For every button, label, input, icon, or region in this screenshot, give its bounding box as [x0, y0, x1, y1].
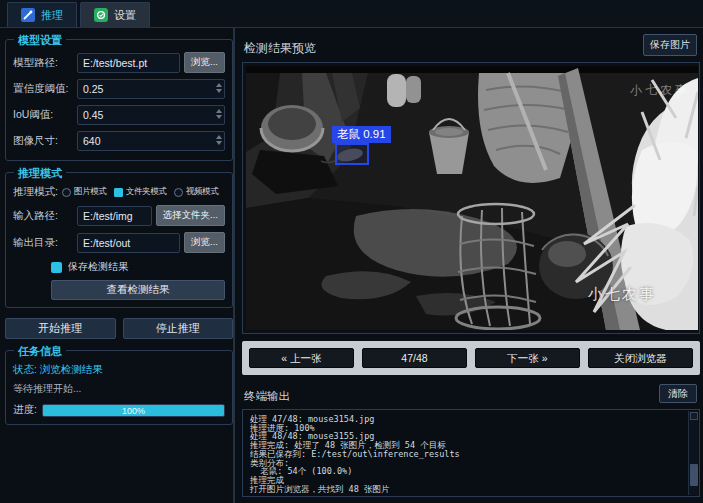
image-nav-bar: « 上一张 47/48 下一张 » 关闭浏览器	[242, 341, 700, 375]
image-size-label: 图像尺寸:	[13, 134, 73, 148]
model-path-input[interactable]	[77, 53, 180, 73]
scrollbar-thumb[interactable]	[690, 464, 698, 486]
radio-selected-icon	[114, 188, 123, 197]
detection-preview-image[interactable]: 老鼠 0.91 小七农事 小七农事	[246, 66, 698, 330]
next-image-button[interactable]: 下一张 »	[475, 348, 580, 368]
tab-bar: 推理 设置	[0, 0, 703, 28]
output-dir-label: 输出目录:	[13, 236, 73, 250]
preview-frame: 老鼠 0.91 小七农事 小七农事	[242, 62, 700, 334]
terminal-line: 老鼠: 54个 (100.0%)	[250, 467, 683, 476]
terminal-line: 打开图片浏览器，共找到 48 张图片	[250, 485, 683, 494]
confidence-input[interactable]	[77, 79, 225, 99]
progress-label: 进度:	[13, 403, 37, 417]
tab-inference-label: 推理	[41, 8, 63, 23]
detection-bounding-box	[335, 143, 369, 165]
start-inference-button[interactable]: 开始推理	[5, 318, 116, 339]
tab-settings[interactable]: 设置	[80, 2, 150, 27]
mode-label: 推理模式:	[13, 185, 59, 199]
radio-icon	[62, 188, 71, 197]
tab-inference[interactable]: 推理	[7, 2, 77, 27]
terminal-title: 终端输出	[244, 389, 290, 404]
iou-label: IoU阈值:	[13, 108, 73, 122]
panel-divider	[233, 28, 235, 503]
view-results-button[interactable]: 查看检测结果	[51, 280, 225, 300]
model-settings-title: 模型设置	[14, 33, 66, 48]
stop-inference-button[interactable]: 停止推理	[123, 318, 234, 339]
image-size-input[interactable]	[77, 131, 225, 151]
watermark-bottom: 小七农事	[588, 285, 656, 304]
inference-mode-title: 推理模式	[14, 166, 66, 181]
image-size-spinner[interactable]	[216, 135, 222, 145]
terminal-line: 结果已保存到: E:/test/out\inference_results	[250, 450, 683, 459]
checkbox-checked-icon[interactable]	[51, 262, 62, 273]
radio-icon	[174, 188, 183, 197]
model-browse-button[interactable]: 浏览...	[184, 52, 225, 73]
iou-spinner[interactable]	[216, 109, 222, 119]
progress-bar: 100%	[42, 404, 225, 417]
preview-title: 检测结果预览	[244, 40, 316, 57]
task-status-text: 状态: 浏览检测结果	[13, 363, 225, 377]
choose-folder-button[interactable]: 选择文件夹...	[156, 205, 225, 226]
tab-settings-label: 设置	[114, 8, 136, 23]
clear-terminal-button[interactable]: 清除	[659, 384, 697, 403]
model-settings-group: 模型设置 模型路径: 浏览... 置信度阈值: IoU阈值:	[5, 39, 233, 161]
right-preview-panel: 检测结果预览 保存图片	[239, 28, 703, 499]
task-message-text: 等待推理开始...	[13, 382, 225, 396]
scrollbar-up-icon[interactable]	[690, 412, 698, 420]
model-path-label: 模型路径:	[13, 56, 73, 70]
save-image-button[interactable]: 保存图片	[643, 34, 697, 56]
mode-option-folder[interactable]: 文件夹模式	[114, 186, 167, 198]
task-info-title: 任务信息	[14, 344, 66, 359]
inference-mode-group: 推理模式 推理模式: 图片模式 文件夹模式 视频模式 摄像头模式	[5, 172, 233, 308]
confidence-spinner[interactable]	[216, 83, 222, 93]
progress-percent-text: 100%	[43, 405, 224, 416]
mode-option-image[interactable]: 图片模式	[62, 186, 107, 198]
output-dir-input[interactable]	[77, 233, 180, 253]
mode-option-video[interactable]: 视频模式	[174, 186, 219, 198]
terminal-scrollbar[interactable]	[688, 411, 698, 495]
inference-icon	[21, 8, 35, 22]
task-info-group: 任务信息 状态: 浏览检测结果 等待推理开始... 进度: 100%	[5, 350, 233, 425]
app-window: 推理 设置 模型设置 模型路径: 浏览... 置信度阈值:	[0, 0, 703, 503]
watermark-top: 小七农事	[630, 82, 690, 99]
input-path-input[interactable]	[77, 206, 152, 226]
terminal-output[interactable]: 处理 47/48: mouse3154.jpg 推理进度: 100% 处理 48…	[242, 409, 700, 497]
prev-image-button[interactable]: « 上一张	[249, 348, 354, 368]
detection-label: 老鼠 0.91	[332, 126, 391, 143]
gear-icon	[94, 8, 108, 22]
close-browser-button[interactable]: 关闭浏览器	[588, 348, 693, 368]
save-results-label: 保存检测结果	[68, 260, 128, 274]
image-counter: 47/48	[362, 348, 467, 368]
confidence-label: 置信度阈值:	[13, 82, 73, 96]
iou-input[interactable]	[77, 105, 225, 125]
output-browse-button[interactable]: 浏览...	[184, 232, 225, 253]
save-results-checkbox-row[interactable]: 保存检测结果	[51, 260, 225, 274]
input-path-label: 输入路径:	[13, 209, 73, 223]
left-settings-panel: 模型设置 模型路径: 浏览... 置信度阈值: IoU阈值:	[5, 28, 233, 425]
